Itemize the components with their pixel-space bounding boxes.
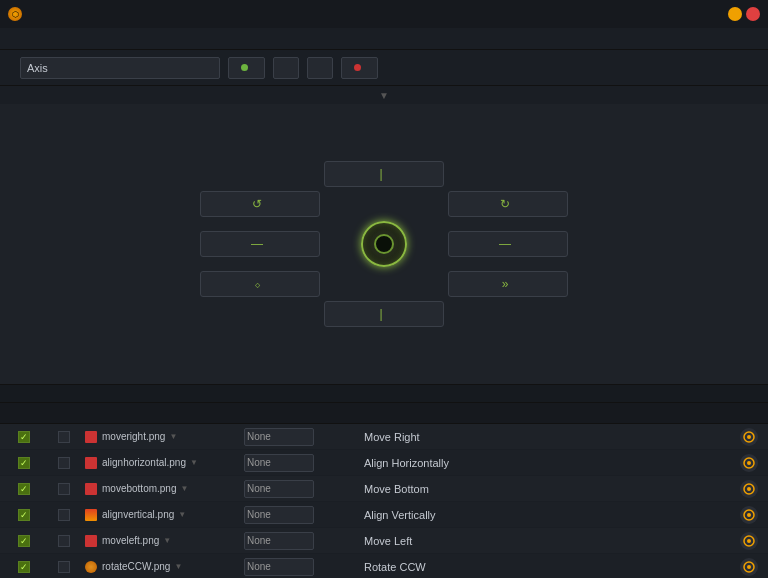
button-text-value: Move Right <box>364 431 420 443</box>
cmd-button[interactable] <box>740 532 758 550</box>
minimize-button[interactable] <box>728 7 742 21</box>
move-bottom-icon: | <box>379 307 382 321</box>
cmd-icon <box>742 534 756 548</box>
chevron-row: ▼ <box>0 86 768 104</box>
menu-file[interactable] <box>8 37 24 41</box>
title-bar: ⬡ <box>0 0 768 28</box>
left-icon-preview <box>84 560 98 574</box>
rotate-ccw-icon: ↺ <box>252 197 262 211</box>
cell-righticon: None <box>244 532 364 550</box>
center-wheel-inner <box>374 234 394 254</box>
right-icon-select[interactable]: None <box>244 532 314 550</box>
svg-point-5 <box>747 487 751 491</box>
icononly-checkbox[interactable] <box>58 431 70 443</box>
cell-active <box>4 457 44 469</box>
cell-lefticon: moveright.png ▼ <box>84 430 244 444</box>
move-bottom-button[interactable]: | <box>324 301 444 327</box>
table-row: moveleft.png ▼ None Move Left <box>0 528 768 554</box>
right-icon-select[interactable]: None <box>244 558 314 576</box>
icononly-checkbox[interactable] <box>58 457 70 469</box>
cmd-icon <box>742 508 756 522</box>
table-row: alignvertical.png ▼ None Align Verticall… <box>0 502 768 528</box>
preset-select[interactable]: Axis <box>20 57 220 79</box>
cell-cmd <box>734 558 764 576</box>
move-right-icon: — <box>499 237 511 251</box>
save-dot <box>241 64 248 71</box>
cmd-button[interactable] <box>740 454 758 472</box>
icononly-checkbox[interactable] <box>58 561 70 573</box>
move-right-button[interactable]: — <box>448 231 568 257</box>
button-text-value: Align Horizontally <box>364 457 449 469</box>
left-icon-preview <box>84 456 98 470</box>
cmd-button[interactable] <box>740 428 758 446</box>
table-row: movebottom.png ▼ None Move Bottom <box>0 476 768 502</box>
icononly-checkbox[interactable] <box>58 509 70 521</box>
active-checkbox[interactable] <box>18 457 30 469</box>
cell-btntext: Align Vertically <box>364 509 734 521</box>
align-v-icon: ⬦ <box>254 277 261 291</box>
left-icon-preview <box>84 534 98 548</box>
move-top-button[interactable]: | <box>324 161 444 187</box>
align-h-icon: » <box>502 277 509 291</box>
close-button[interactable] <box>746 7 760 21</box>
delete-dot <box>354 64 361 71</box>
cell-righticon: None <box>244 454 364 472</box>
toolbar: Axis <box>0 50 768 86</box>
duplicate-button[interactable] <box>307 57 333 79</box>
active-checkbox[interactable] <box>18 431 30 443</box>
menu-help[interactable] <box>80 37 96 41</box>
cell-lefticon: rotateCCW.png ▼ <box>84 560 244 574</box>
cell-active <box>4 509 44 521</box>
cell-btntext: Align Horizontally <box>364 457 734 469</box>
left-icon-filename: rotateCCW.png <box>102 561 170 572</box>
active-checkbox[interactable] <box>18 483 30 495</box>
active-checkbox[interactable] <box>18 509 30 521</box>
save-button[interactable] <box>228 57 265 79</box>
cmd-button[interactable] <box>740 480 758 498</box>
table-row: alignhorizontal.png ▼ None Align Horizon… <box>0 450 768 476</box>
cell-cmd <box>734 506 764 524</box>
main-area: | ↺ ↻ — — ⬦ » <box>0 104 768 384</box>
align-vertically-button[interactable]: ⬦ <box>200 271 320 297</box>
right-icon-select[interactable]: None <box>244 506 314 524</box>
right-icon-select[interactable]: None <box>244 480 314 498</box>
move-top-icon: | <box>379 167 382 181</box>
new-button[interactable] <box>273 57 299 79</box>
menu-copypaste[interactable] <box>62 37 78 41</box>
menu-window[interactable] <box>44 37 60 41</box>
button-text-value: Rotate CCW <box>364 561 426 573</box>
cmd-icon <box>742 560 756 574</box>
cell-icononly <box>44 535 84 547</box>
cell-btntext: Move Left <box>364 535 734 547</box>
cell-lefticon: moveleft.png ▼ <box>84 534 244 548</box>
icononly-checkbox[interactable] <box>58 535 70 547</box>
cmd-button[interactable] <box>740 506 758 524</box>
title-bar-controls <box>728 7 760 21</box>
table-body: moveright.png ▼ None Move Right <box>0 424 768 578</box>
active-checkbox[interactable] <box>18 561 30 573</box>
right-icon-select[interactable]: None <box>244 428 314 446</box>
delete-button[interactable] <box>341 57 378 79</box>
left-icon-chevron: ▼ <box>181 484 189 493</box>
cell-lefticon: alignvertical.png ▼ <box>84 508 244 522</box>
status-bar <box>0 384 768 402</box>
cmd-icon <box>742 482 756 496</box>
cmd-button[interactable] <box>740 558 758 576</box>
menu-settings[interactable] <box>26 37 42 41</box>
icononly-checkbox[interactable] <box>58 483 70 495</box>
move-left-icon: — <box>251 237 263 251</box>
rotate-cw-button[interactable]: ↻ <box>448 191 568 217</box>
cell-cmd <box>734 428 764 446</box>
align-horizontally-button[interactable]: » <box>448 271 568 297</box>
right-icon-select[interactable]: None <box>244 454 314 472</box>
active-checkbox[interactable] <box>18 535 30 547</box>
left-icon-filename: alignhorizontal.png <box>102 457 186 468</box>
cell-lefticon: alignhorizontal.png ▼ <box>84 456 244 470</box>
svg-point-9 <box>747 539 751 543</box>
move-left-button[interactable]: — <box>200 231 320 257</box>
cell-righticon: None <box>244 428 364 446</box>
rotate-ccw-button[interactable]: ↺ <box>200 191 320 217</box>
center-wheel <box>361 221 407 267</box>
button-grid: | ↺ ↻ — — ⬦ » <box>200 161 568 327</box>
cell-btntext: Move Bottom <box>364 483 734 495</box>
